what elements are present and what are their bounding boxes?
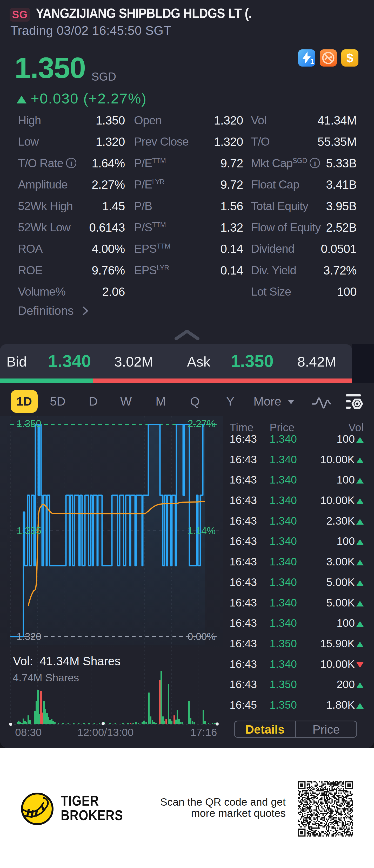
svg-text:1: 1 [310, 57, 314, 65]
